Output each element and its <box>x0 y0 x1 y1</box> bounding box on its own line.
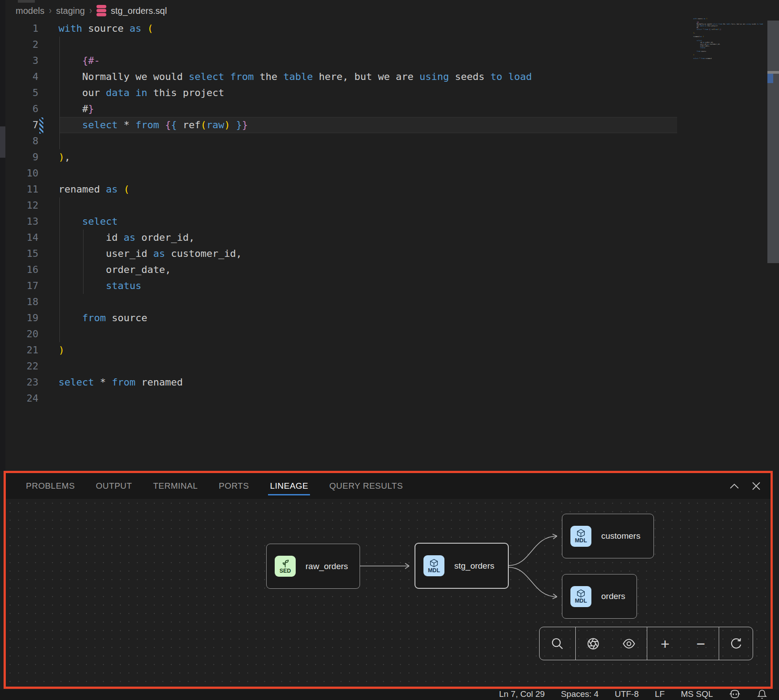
panel-tab-ports[interactable]: PORTS <box>219 475 249 497</box>
line-number[interactable]: 16 <box>0 262 38 278</box>
cursor-position[interactable]: Ln 7, Col 29 <box>499 689 544 699</box>
line-number[interactable]: 14 <box>0 230 38 246</box>
code-line-5[interactable]: 5 our data in this project <box>0 85 779 101</box>
code-line-16[interactable]: 16 order_date, <box>0 262 779 278</box>
model-badge: MDL <box>570 526 591 547</box>
code-line-9[interactable]: 9), <box>0 149 779 165</box>
indent-guide <box>59 37 60 149</box>
eol-setting[interactable]: LF <box>655 689 665 699</box>
breadcrumb-file-name[interactable]: stg_orders.sql <box>111 6 167 16</box>
line-number[interactable]: 18 <box>0 294 38 310</box>
line-number[interactable]: 1 <box>0 21 38 37</box>
notifications-bell-icon[interactable] <box>757 689 767 700</box>
line-number[interactable]: 22 <box>0 358 38 374</box>
cube-icon <box>576 589 586 598</box>
refresh-icon <box>729 637 743 650</box>
indentation-setting[interactable]: Spaces: 4 <box>561 689 599 699</box>
line-number[interactable]: 13 <box>0 214 38 230</box>
panel-tab-query-results[interactable]: QUERY RESULTS <box>329 475 403 497</box>
code-line-10[interactable]: 10 <box>0 165 779 181</box>
line-number[interactable]: 2 <box>0 37 38 53</box>
code-line-23[interactable]: 23select * from renamed <box>0 374 779 390</box>
line-number[interactable]: 15 <box>0 246 38 262</box>
line-number[interactable]: 7 <box>0 117 38 133</box>
lineage-node-customers[interactable]: MDL customers <box>562 514 654 558</box>
line-number[interactable]: 23 <box>0 374 38 390</box>
modified-line-gutter-marker <box>39 117 43 134</box>
panel-tab-lineage[interactable]: LINEAGE <box>270 475 308 497</box>
code-line-15[interactable]: 15 user_id as customer_id, <box>0 246 779 262</box>
line-number[interactable]: 5 <box>0 85 38 101</box>
line-number[interactable]: 20 <box>0 326 38 342</box>
panel-tab-problems[interactable]: PROBLEMS <box>26 475 75 497</box>
code-line-12[interactable]: 12 <box>0 197 779 214</box>
panel-close-icon[interactable] <box>752 482 761 490</box>
badge-label: MDL <box>575 538 587 544</box>
lineage-canvas[interactable]: SED raw_orders MDL stg_orders <box>6 499 771 687</box>
scrollbar-modified-marker <box>767 74 773 83</box>
panel-tab-output[interactable]: OUTPUT <box>96 475 132 497</box>
code-line-7[interactable]: 7 select * from {{ ref(raw) }} <box>0 117 779 133</box>
panel-tab-terminal[interactable]: TERMINAL <box>153 475 198 497</box>
line-number[interactable]: 24 <box>0 390 38 407</box>
line-number[interactable]: 10 <box>0 165 38 181</box>
code-line-11[interactable]: 11renamed as ( <box>0 181 779 197</box>
refresh-button[interactable] <box>719 627 753 660</box>
code-line-22[interactable]: 22 <box>0 358 779 374</box>
line-number[interactable]: 21 <box>0 342 38 358</box>
code-line-19[interactable]: 19 from source <box>0 310 779 326</box>
code-line-18[interactable]: 18 <box>0 294 779 310</box>
line-number[interactable]: 9 <box>0 149 38 165</box>
line-number[interactable]: 4 <box>0 69 38 85</box>
indent-guide <box>83 230 84 294</box>
line-number[interactable]: 11 <box>0 181 38 197</box>
breadcrumb-item-staging[interactable]: staging <box>56 6 85 16</box>
zoom-out-button[interactable]: − <box>696 636 705 651</box>
file-encoding[interactable]: UTF-8 <box>615 689 639 699</box>
breadcrumb-item-models[interactable]: models <box>16 6 44 16</box>
lineage-node-stg-orders[interactable]: MDL stg_orders <box>415 543 509 589</box>
lineage-toolbar: + − <box>539 627 753 660</box>
seed-badge: SED <box>275 556 296 577</box>
lineage-node-orders[interactable]: MDL orders <box>562 574 637 619</box>
code-line-2[interactable]: 2 <box>0 37 779 53</box>
line-number[interactable]: 3 <box>0 53 38 69</box>
bottom-panel: PROBLEMSOUTPUTTERMINALPORTSLINEAGEQUERY … <box>4 471 773 689</box>
eye-icon[interactable] <box>622 637 636 650</box>
code-line-3[interactable]: 3 {#- <box>0 53 779 69</box>
code-editor[interactable]: 1with source as (23 {#-4 Normally we wou… <box>0 21 779 407</box>
code-line-24[interactable]: 24 <box>0 390 779 407</box>
line-number[interactable]: 17 <box>0 278 38 294</box>
model-badge: MDL <box>570 586 591 607</box>
code-line-14[interactable]: 14 id as order_id, <box>0 230 779 246</box>
line-number[interactable]: 8 <box>0 133 38 149</box>
minimap[interactable]: with source as ( {#- Normally we would s… <box>693 18 774 67</box>
search-icon <box>551 637 564 650</box>
scrollbar[interactable] <box>767 21 779 263</box>
code-line-17[interactable]: 17 status <box>0 278 779 294</box>
code-line-20[interactable]: 20 <box>0 326 779 342</box>
code-line-4[interactable]: 4 Normally we would select from the tabl… <box>0 69 779 85</box>
line-number[interactable]: 12 <box>0 197 38 214</box>
code-line-8[interactable]: 8 <box>0 133 779 149</box>
search-button[interactable] <box>540 627 576 660</box>
zoom-in-button[interactable]: + <box>661 636 670 651</box>
panel-collapse-chevron-up-icon[interactable] <box>729 483 739 489</box>
chevron-right-icon: › <box>89 5 92 17</box>
node-label: raw_orders <box>306 562 348 571</box>
panel-tab-bar: PROBLEMSOUTPUTTERMINALPORTSLINEAGEQUERY … <box>6 473 771 499</box>
database-icon <box>96 5 106 17</box>
code-line-13[interactable]: 13 select <box>0 214 779 230</box>
lineage-node-raw-orders[interactable]: SED raw_orders <box>266 544 360 589</box>
copilot-icon[interactable] <box>729 689 741 699</box>
cube-icon <box>576 528 586 538</box>
code-line-21[interactable]: 21) <box>0 342 779 358</box>
line-number[interactable]: 19 <box>0 310 38 326</box>
language-mode[interactable]: MS SQL <box>681 689 713 699</box>
breadcrumb: models › staging › stg_orders.sql <box>16 4 167 18</box>
code-line-6[interactable]: 6 #} <box>0 101 779 117</box>
line-number[interactable]: 6 <box>0 101 38 117</box>
editor-tab-remnant <box>18 0 35 3</box>
code-line-1[interactable]: 1with source as ( <box>0 21 779 37</box>
aperture-icon[interactable] <box>586 637 600 650</box>
